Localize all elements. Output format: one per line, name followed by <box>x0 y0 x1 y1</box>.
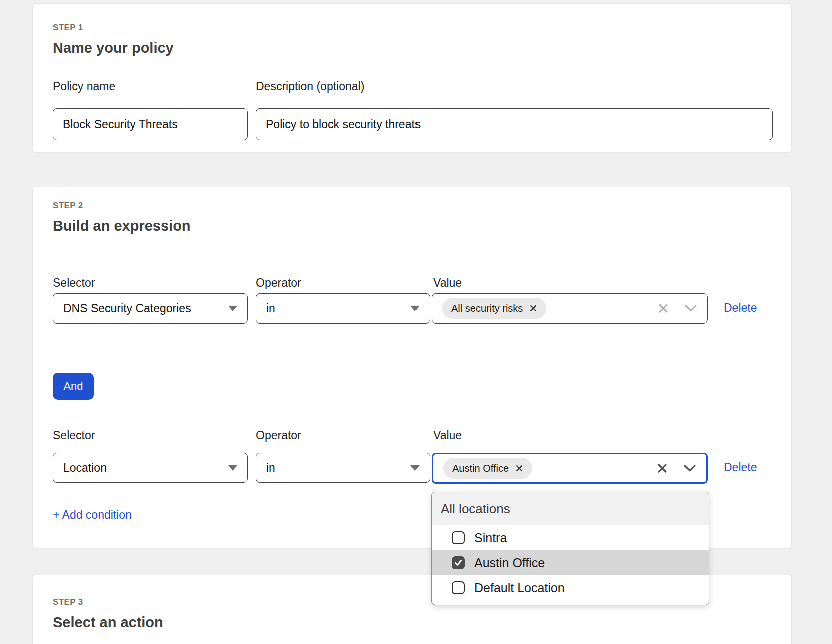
checkbox-checked-icon[interactable] <box>452 556 465 569</box>
step1-title: Name your policy <box>53 40 174 56</box>
caret-down-icon <box>410 465 420 471</box>
value-label-1: Value <box>433 276 462 290</box>
operator-dropdown-1-value: in <box>266 302 275 315</box>
dropdown-option-default-location[interactable]: Default Location <box>432 575 709 600</box>
selector-label-1: Selector <box>53 276 95 290</box>
value-tag: All security risks <box>442 298 546 319</box>
caret-down-icon <box>228 306 237 311</box>
step3-title: Select an action <box>53 614 163 631</box>
delete-condition-1-link[interactable]: Delete <box>724 301 757 315</box>
checkbox-unchecked-icon[interactable] <box>452 531 465 544</box>
and-button[interactable]: And <box>53 373 94 400</box>
checkbox-unchecked-icon[interactable] <box>452 581 465 594</box>
operator-dropdown-2-value: in <box>266 461 275 475</box>
step2-label: STEP 2 <box>53 201 83 211</box>
step1-label: STEP 1 <box>53 23 83 33</box>
value-label-2: Value <box>433 429 462 442</box>
dropdown-option-label: Austin Office <box>474 556 545 570</box>
description-input[interactable] <box>256 108 773 140</box>
dropdown-option-label: Default Location <box>474 581 565 595</box>
selector-dropdown-1-value: DNS Security Categories <box>63 302 191 315</box>
dropdown-header-all-locations[interactable]: All locations <box>432 492 709 525</box>
dropdown-option-sintra[interactable]: Sintra <box>432 525 709 550</box>
selector-label-2: Selector <box>53 429 95 442</box>
value-tag: Austin Office <box>443 458 532 479</box>
dropdown-option-label: Sintra <box>474 531 507 545</box>
step1-card: STEP 1 Name your policy Policy name Desc… <box>32 3 792 152</box>
value-field-icons <box>656 462 696 474</box>
add-condition-link[interactable]: + Add condition <box>53 508 132 522</box>
policy-name-input[interactable] <box>53 108 248 140</box>
operator-dropdown-1[interactable]: in <box>256 293 430 324</box>
policy-builder-screen: STEP 1 Name your policy Policy name Desc… <box>0 0 832 644</box>
selector-dropdown-2[interactable]: Location <box>53 453 248 483</box>
caret-down-icon <box>228 465 237 471</box>
delete-condition-2-link[interactable]: Delete <box>724 461 757 474</box>
value-tag-label: Austin Office <box>452 463 509 474</box>
caret-down-icon <box>410 306 420 311</box>
dropdown-option-austin-office[interactable]: Austin Office <box>432 550 709 575</box>
clear-value-icon[interactable] <box>657 302 669 314</box>
value-multiselect-1[interactable]: All security risks <box>432 293 708 324</box>
chevron-down-icon[interactable] <box>683 464 696 472</box>
chevron-down-icon[interactable] <box>684 304 697 312</box>
value-tag-label: All security risks <box>451 303 523 314</box>
step2-title: Build an expression <box>53 218 191 234</box>
selector-dropdown-1[interactable]: DNS Security Categories <box>53 293 248 324</box>
description-label: Description (optional) <box>256 80 364 93</box>
selector-dropdown-2-value: Location <box>63 461 107 475</box>
remove-tag-icon[interactable] <box>515 464 523 472</box>
clear-value-icon[interactable] <box>656 462 668 474</box>
operator-dropdown-2[interactable]: in <box>256 453 430 483</box>
value-field-icons <box>657 302 697 314</box>
operator-label-1: Operator <box>256 276 301 290</box>
location-dropdown-menu: All locations Sintra Austin Office Defau… <box>431 492 709 605</box>
step3-label: STEP 3 <box>53 597 83 607</box>
operator-label-2: Operator <box>256 429 301 442</box>
value-multiselect-2[interactable]: Austin Office <box>432 453 708 484</box>
remove-tag-icon[interactable] <box>529 304 537 312</box>
policy-name-label: Policy name <box>53 80 115 93</box>
